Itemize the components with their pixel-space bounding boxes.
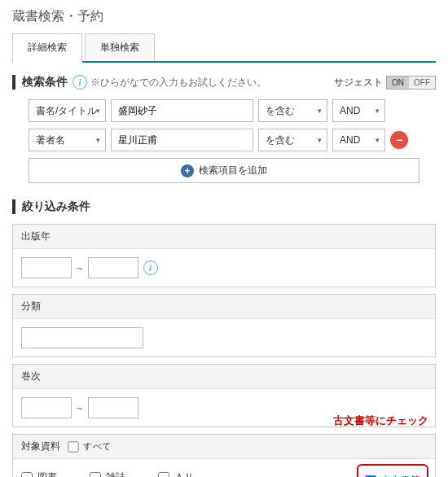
keyword-input-1[interactable] — [111, 129, 253, 151]
tilde-icon: ~ — [77, 402, 83, 414]
remove-row-icon[interactable]: − — [390, 131, 408, 149]
info-icon[interactable]: i — [143, 260, 158, 275]
match-select-1[interactable]: を含む — [258, 129, 327, 151]
add-row-button[interactable]: + 検索項目を追加 — [29, 158, 419, 183]
keyword-input-0[interactable] — [111, 99, 253, 122]
filter-classification-header: 分類 — [13, 295, 435, 319]
filter-target: 古文書等にチェック 対象資料 すべて 図書 雑誌 ＡＶ 古文書等 — [12, 434, 436, 477]
checkbox-all[interactable]: すべて — [68, 440, 111, 453]
search-row-0: 書名/タイトル を含む AND — [12, 99, 436, 122]
add-row-label: 検索項目を追加 — [199, 164, 267, 177]
tabs: 詳細検索 単独検索 — [12, 33, 436, 63]
plus-icon: + — [181, 164, 194, 177]
page-title: 蔵書検索・予約 — [12, 8, 436, 25]
logic-select-1[interactable]: AND — [332, 129, 385, 151]
filter-pub-year-header: 出版年 — [13, 225, 435, 249]
filters-header: 絞り込み条件 — [12, 199, 436, 214]
filter-pub-year: 出版年 ~ i — [12, 224, 436, 287]
tab-detail[interactable]: 詳細検索 — [12, 33, 82, 63]
match-select-0[interactable]: を含む — [258, 99, 327, 122]
checkbox-old-docs[interactable]: 古文書等 — [365, 474, 420, 477]
conditions-hint: ※ひらがなでの入力もお試しください。 — [90, 76, 266, 90]
highlight-box: 古文書等 — [357, 464, 428, 477]
classification-input[interactable] — [21, 327, 143, 348]
filter-target-header: 対象資料 すべて — [13, 435, 435, 459]
pub-year-to[interactable] — [88, 257, 138, 278]
suggest-toggle[interactable]: ON OFF — [386, 76, 436, 90]
info-icon[interactable]: i — [72, 75, 87, 90]
filter-classification: 分類 — [12, 294, 436, 357]
tilde-icon: ~ — [77, 262, 83, 274]
search-row-1: 著者名 を含む AND − — [12, 129, 436, 151]
callout-text: 古文書等にチェック — [333, 414, 428, 428]
checkbox-av[interactable]: ＡＶ — [158, 470, 194, 477]
conditions-title: 検索条件 — [22, 75, 68, 90]
field-select-1[interactable]: 著者名 — [29, 129, 106, 151]
volume-to[interactable] — [88, 397, 138, 418]
field-select-0[interactable]: 書名/タイトル — [29, 99, 106, 122]
suggest-label: サジェスト — [334, 76, 383, 90]
volume-from[interactable] — [21, 397, 72, 418]
checkbox-magazine[interactable]: 雑誌 — [90, 470, 125, 477]
checkbox-book[interactable]: 図書 — [21, 470, 57, 477]
pub-year-from[interactable] — [21, 257, 72, 278]
logic-select-0[interactable]: AND — [332, 99, 385, 122]
filters-title: 絞り込み条件 — [22, 199, 90, 214]
conditions-header: 検索条件 i ※ひらがなでの入力もお試しください。 サジェスト ON OFF — [12, 75, 436, 90]
tab-single[interactable]: 単独検索 — [85, 33, 155, 61]
filter-volume-header: 巻次 — [13, 365, 435, 389]
